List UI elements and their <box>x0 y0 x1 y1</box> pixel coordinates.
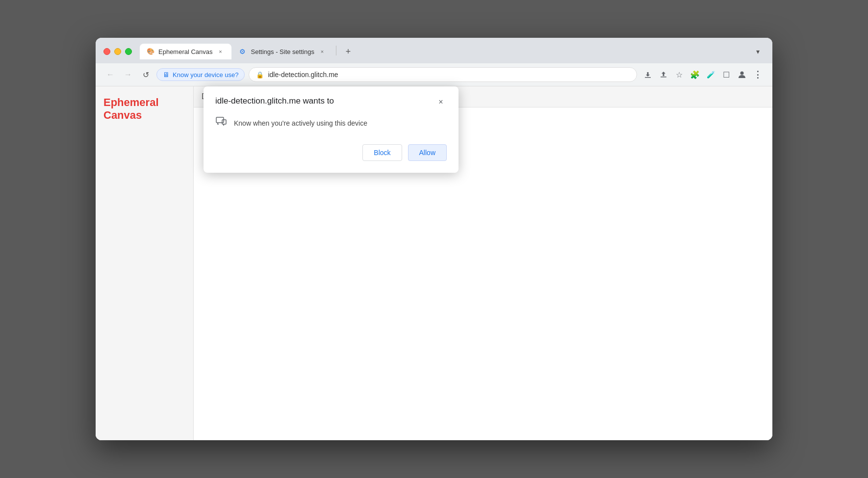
device-monitor-icon <box>215 116 227 131</box>
tabs-row: 🎨 Ephemeral Canvas × ⚙ Settings - Site s… <box>140 44 765 59</box>
profile-icon[interactable] <box>735 68 749 81</box>
split-screen-icon[interactable]: ☐ <box>719 68 733 81</box>
dialog-permission-row: Know when you're actively using this dev… <box>215 116 447 131</box>
toolbar-icons: ☆ 🧩 🧪 ☐ ⋮ <box>641 68 765 81</box>
dialog-title: idle-detection.glitch.me wants to <box>215 96 334 106</box>
svg-rect-0 <box>645 77 651 78</box>
flask-icon[interactable]: 🧪 <box>704 68 717 81</box>
new-tab-button[interactable]: + <box>341 45 355 58</box>
dialog-permission-text: Know when you're actively using this dev… <box>234 119 367 127</box>
traffic-lights <box>103 48 132 55</box>
tab-title-settings: Settings - Site settings <box>251 48 314 55</box>
tab-favicon-ephemeral: 🎨 <box>147 48 154 55</box>
browser-window: 🎨 Ephemeral Canvas × ⚙ Settings - Site s… <box>96 38 772 440</box>
back-button[interactable]: ← <box>103 68 117 81</box>
block-button[interactable]: Block <box>362 144 402 161</box>
svg-rect-6 <box>222 120 226 124</box>
extensions-icon[interactable]: 🧩 <box>688 68 702 81</box>
forward-button[interactable]: → <box>121 68 135 81</box>
maximize-button[interactable] <box>125 48 132 55</box>
tab-close-ephemeral[interactable]: × <box>217 48 225 55</box>
svg-point-2 <box>740 72 744 75</box>
idle-detection-label: Know your device use? <box>173 71 238 79</box>
permission-dialog: idle-detection.glitch.me wants to × Know… <box>204 86 459 173</box>
sidebar-title: Ephemeral Canvas <box>103 96 185 122</box>
lock-icon: 🔒 <box>256 71 264 79</box>
omnibox[interactable]: 🔒 idle-detection.glitch.me <box>249 67 637 82</box>
close-button[interactable] <box>103 48 110 55</box>
download-icon[interactable] <box>641 68 655 81</box>
tab-favicon-settings: ⚙ <box>239 48 247 55</box>
reload-button[interactable]: ↺ <box>139 68 153 81</box>
idle-detection-icon: 🖥 <box>163 71 170 79</box>
minimize-button[interactable] <box>114 48 121 55</box>
title-bar-top: 🎨 Ephemeral Canvas × ⚙ Settings - Site s… <box>103 44 765 59</box>
bookmark-icon[interactable]: ☆ <box>672 68 686 81</box>
tab-separator <box>336 46 336 55</box>
title-bar: 🎨 Ephemeral Canvas × ⚙ Settings - Site s… <box>96 38 772 63</box>
dialog-close-button[interactable]: × <box>435 96 447 108</box>
omnibox-url: idle-detection.glitch.me <box>268 71 630 79</box>
idle-detection-badge[interactable]: 🖥 Know your device use? <box>156 68 245 81</box>
tab-title-ephemeral: Ephemeral Canvas <box>158 48 213 55</box>
tab-dropdown-button[interactable]: ▾ <box>751 45 765 58</box>
sidebar: Ephemeral Canvas <box>96 86 194 440</box>
tab-close-settings[interactable]: × <box>318 48 326 55</box>
tab-settings[interactable]: ⚙ Settings - Site settings × <box>232 44 333 59</box>
menu-icon[interactable]: ⋮ <box>751 68 765 81</box>
tab-ephemeral-canvas[interactable]: 🎨 Ephemeral Canvas × <box>140 44 231 59</box>
dialog-header: idle-detection.glitch.me wants to × <box>215 96 447 108</box>
dialog-actions: Block Allow <box>215 144 447 161</box>
svg-rect-1 <box>661 77 666 78</box>
allow-button[interactable]: Allow <box>408 144 447 161</box>
page-content: Ephemeral Canvas Don't move your mouse d… <box>96 86 772 440</box>
share-icon[interactable] <box>657 68 670 81</box>
toolbar: ← → ↺ 🖥 Know your device use? 🔒 idle-det… <box>96 63 772 86</box>
